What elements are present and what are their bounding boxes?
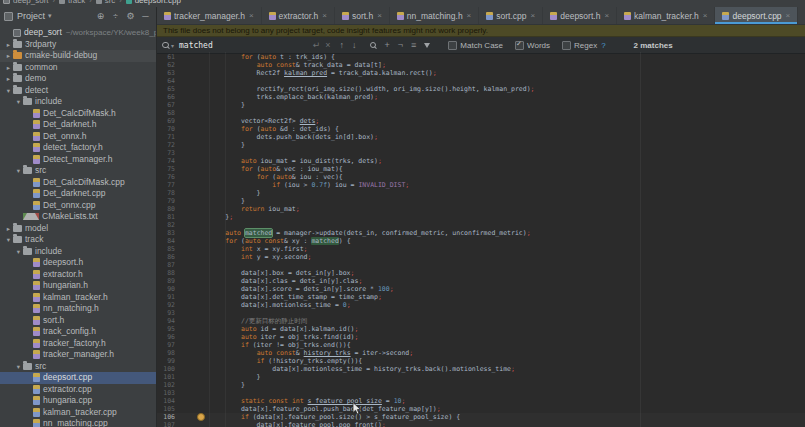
tree-expand-arrow[interactable]: ▾ [14,361,23,373]
code-line-83[interactable]: auto matched = manager->update(dets_in, … [194,229,805,237]
code-line-85[interactable]: int x = xy.first; [194,245,805,253]
tree-item-tracker_manager.h[interactable]: tracker_manager.h [0,349,156,361]
search-option-regex[interactable]: Regex [562,41,597,50]
code-line-80[interactable]: return iou_mat; [194,205,805,213]
code-line-104[interactable]: static const int s_feature_pool_size = 1… [194,397,805,405]
code-editor[interactable]: 6162636465666768697071727374757677787980… [157,52,805,427]
code-line-76[interactable]: for (auto& iou : vec){ [194,173,805,181]
chevron-down-icon[interactable]: ▾ [48,12,52,20]
tree-item-Det_CalcDifMask.cpp[interactable]: Det_CalcDifMask.cpp [0,177,156,189]
tree-item-include[interactable]: ▾include [0,96,156,108]
code-line-75[interactable]: for (auto& vec : iou_mat){ [194,165,805,173]
tree-item-extractor.h[interactable]: extractor.h [0,269,156,281]
tree-item-include[interactable]: ▾include [0,246,156,258]
code-line-95[interactable]: auto id = data[x].kalman.id(); [194,325,805,333]
code-line-72[interactable]: } [194,141,805,149]
tree-item-src[interactable]: ▾src [0,361,156,373]
regex-help-icon[interactable]: ? [601,41,605,50]
code-line-67[interactable]: } [194,101,805,109]
checkbox-checked[interactable] [515,41,524,50]
code-line-86[interactable]: int y = xy.second; [194,253,805,261]
code-line-93[interactable] [194,309,805,317]
tree-item-sort.h[interactable]: sort.h [0,315,156,327]
tree-item-model[interactable]: ▸model [0,223,156,235]
code-line-94[interactable]: //更新目标的静止时间 [194,317,805,325]
tab-tracker_manager.h[interactable]: tracker_manager.h× [157,7,262,24]
tree-expand-arrow[interactable]: ▸ [4,62,13,74]
tree-expand-arrow[interactable]: ▾ [4,85,13,97]
tab-sort.h[interactable]: sort.h× [335,7,390,24]
search-history-caret-icon[interactable]: ▾ [171,42,174,49]
tree-item-detect[interactable]: ▾detect [0,85,156,97]
tree-expand-arrow[interactable]: ▸ [4,39,13,51]
code-line-61[interactable]: for (auto t : trk_ids) { [194,53,805,61]
code-line-91[interactable]: data[x].det_time_stamp = time_stamp; [194,293,805,301]
tree-item-kalman_tracker.h[interactable]: kalman_tracker.h [0,292,156,304]
tab-sort.cpp[interactable]: sort.cpp× [479,7,543,24]
breadcrumb-item-deepsort.cpp[interactable]: deepsort.cpp [126,0,181,5]
code-line-69[interactable]: vector<Rect2f> dets; [194,117,805,125]
tree-item-CMakeLists.txt[interactable]: CMakeLists.txt [0,211,156,223]
code-line-96[interactable]: auto iter = obj_trks.find(id); [194,333,805,341]
tree-item-Det_onnx.h[interactable]: Det_onnx.h [0,131,156,143]
tree-item-kalman_tracker.cpp[interactable]: kalman_tracker.cpp [0,407,156,419]
newline-icon[interactable]: ↵ [313,37,321,53]
search-option-match-case[interactable]: Match Case [448,41,503,50]
code-line-65[interactable]: rectify_rect(ori_img.size().width, ori_i… [194,85,805,93]
code-line-82[interactable] [194,221,805,229]
tree-expand-arrow[interactable]: ▸ [4,73,13,85]
tab-close-icon[interactable]: × [703,11,708,20]
tree-expand-arrow[interactable]: ▾ [4,234,13,246]
filter-icon[interactable] [424,43,430,48]
code-line-77[interactable]: if (iou > 0.7f) iou = INVALID_DIST; [194,181,805,189]
tree-item-extractor.cpp[interactable]: extractor.cpp [0,384,156,396]
tree-item-Det_CalcDifMask.h[interactable]: Det_CalcDifMask.h [0,108,156,120]
tree-item-Det_darknet.h[interactable]: Det_darknet.h [0,119,156,131]
clear-icon[interactable]: × [325,37,330,53]
tree-item-src[interactable]: ▾src [0,165,156,177]
search-input[interactable]: matched [179,41,213,50]
code-line-103[interactable] [194,389,805,397]
tree-expand-arrow[interactable]: ▸ [4,50,13,62]
tree-item-Det_darknet.cpp[interactable]: Det_darknet.cpp [0,188,156,200]
tree-expand-arrow[interactable]: ▾ [14,96,23,108]
code-text[interactable]: for (auto t : trk_ids) { auto const& tra… [194,53,805,427]
code-line-87[interactable] [194,261,805,269]
add-occurrence-icon[interactable]: + [385,37,390,53]
code-line-98[interactable]: auto const& history_trks = iter->second; [194,349,805,357]
search-icon[interactable] [162,42,169,49]
code-line-64[interactable] [194,77,805,85]
tree-item-nn_matching.h[interactable]: nn_matching.h [0,303,156,315]
tree-item-hungarian.h[interactable]: hungarian.h [0,280,156,292]
tab-close-icon[interactable]: × [531,11,536,20]
tab-close-icon[interactable]: × [467,11,472,20]
tree-item-3rdparty[interactable]: ▸3rdparty [0,39,156,51]
code-line-105[interactable]: data[x].feature_pool.push_back(det_featu… [194,405,805,413]
code-line-89[interactable]: data[x].clas = dets_in[y].clas; [194,277,805,285]
tree-expand-arrow[interactable]: ▸ [4,223,13,235]
code-line-101[interactable]: } [194,373,805,381]
tab-deepsort.cpp[interactable]: deepsort.cpp× [715,7,798,24]
code-line-70[interactable]: for (auto &d : det_ids) { [194,125,805,133]
code-line-79[interactable]: } [194,197,805,205]
tab-tracker_manage[interactable]: tracker_manage× [798,7,805,24]
tab-nn_matching.h[interactable]: nn_matching.h× [390,7,479,24]
breadcrumb-item-src[interactable]: src [96,0,116,5]
code-line-84[interactable]: for (auto const& xy : matched) { [194,237,805,245]
prev-occurrence-icon[interactable]: ↑ [340,37,345,53]
search-option-words[interactable]: Words [515,41,550,50]
tree-item-track_config.h[interactable]: track_config.h [0,326,156,338]
tree-item-deep_sort[interactable]: deep_sort~/workspace/YK/week8_proj [0,27,156,39]
breadcrumb-item-deep_sort[interactable]: deep_sort [3,0,49,5]
code-line-78[interactable]: } [194,189,805,197]
code-line-62[interactable]: auto const& track_data = data[t]; [194,61,805,69]
tab-extractor.h[interactable]: extractor.h× [262,7,335,24]
tree-item-Detect_manager.h[interactable]: Detect_manager.h [0,154,156,166]
code-line-68[interactable] [194,109,805,117]
project-panel-title[interactable]: Project [17,11,45,21]
code-line-73[interactable] [194,149,805,157]
tab-close-icon[interactable]: × [786,11,791,20]
code-line-92[interactable]: data[x].motionless_time = 0; [194,301,805,309]
locate-icon[interactable]: ⊕ [93,11,108,21]
tree-item-detect_factory.h[interactable]: detect_factory.h [0,142,156,154]
